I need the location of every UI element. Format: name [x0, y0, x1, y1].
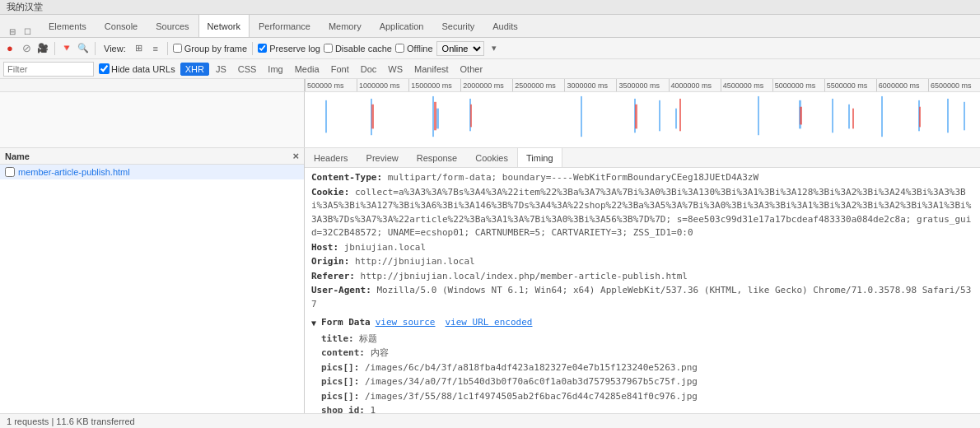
form-field-value: 内容 — [371, 347, 389, 358]
tab-memory[interactable]: Memory — [320, 14, 371, 37]
timeline-tick: 3000000 ms — [564, 79, 616, 91]
separator-3 — [167, 42, 168, 55]
filter-type-media[interactable]: Media — [290, 63, 324, 76]
hide-data-urls-checkbox[interactable] — [99, 63, 110, 74]
tab-console[interactable]: Console — [96, 14, 147, 37]
tab-bar: ⊟ ☐ ElementsConsoleSourcesNetworkPerform… — [0, 15, 980, 38]
form-field-value: /images/3f/55/88/1c1f4974505ab2f6bac76d4… — [365, 391, 698, 402]
tab-sources[interactable]: Sources — [147, 14, 198, 37]
sub-tab-cookies[interactable]: Cookies — [466, 148, 517, 167]
svg-rect-23 — [947, 99, 949, 133]
content-type-value: multipart/form-data; boundary=----WebKit… — [388, 172, 758, 183]
svg-rect-22 — [919, 107, 921, 128]
filter-type-manifest[interactable]: Manifest — [409, 63, 454, 76]
filter-type-font[interactable]: Font — [326, 63, 354, 76]
tab-security[interactable]: Security — [432, 14, 483, 37]
form-data-fields: title: 标题content: 内容pics[]: /images/6c/b… — [311, 333, 973, 414]
list-item[interactable]: member-article-publish.html — [0, 165, 304, 179]
waterfall-area — [0, 92, 980, 148]
disable-cache-label[interactable]: Disable cache — [324, 44, 392, 54]
separator-1 — [54, 42, 55, 55]
request-details: Content-Type: multipart/form-data; bound… — [305, 168, 980, 413]
cookie-row: Cookie: collect=a%3A3%3A%7Bs%3A4%3A%22it… — [311, 186, 973, 240]
group-by-frame-checkbox[interactable] — [173, 44, 182, 53]
svg-rect-19 — [852, 109, 854, 129]
sub-tab-headers[interactable]: Headers — [305, 148, 357, 167]
status-bar: 1 requests | 11.6 KB transferred — [0, 413, 980, 428]
disable-cache-checkbox[interactable] — [324, 44, 333, 53]
sub-tab-preview[interactable]: Preview — [357, 148, 408, 167]
group-by-frame-label[interactable]: Group by frame — [173, 44, 247, 54]
tab-audits[interactable]: Audits — [483, 14, 527, 37]
record-button[interactable]: ● — [3, 42, 16, 55]
svg-rect-2 — [371, 105, 374, 129]
svg-rect-0 — [325, 100, 327, 133]
left-panel: Name × member-article-publish.html — [0, 148, 305, 413]
form-field-value: /images/6c/b4/3f/a818fba4df423a182327e04… — [365, 362, 698, 373]
list-view-icon[interactable]: ≡ — [149, 42, 162, 55]
search-icon[interactable]: 🔍 — [77, 42, 90, 55]
form-field-key: pics[]: — [321, 362, 359, 373]
filter-type-img[interactable]: Img — [263, 63, 287, 76]
svg-rect-3 — [432, 96, 434, 137]
preserve-log-checkbox[interactable] — [258, 44, 267, 53]
clear-button[interactable]: ⊘ — [20, 42, 33, 55]
offline-checkbox[interactable] — [395, 44, 404, 53]
svg-rect-5 — [436, 109, 439, 129]
form-field-row: shop_id: 1 — [321, 404, 973, 413]
filter-type-xhr[interactable]: XHR — [180, 63, 209, 76]
file-checkbox[interactable] — [5, 167, 15, 177]
view-url-encoded-link[interactable]: view URL encoded — [446, 316, 533, 330]
filter-icon[interactable]: 🔻 — [60, 42, 73, 55]
throttle-select[interactable]: Online — [436, 41, 484, 56]
grid-view-icon[interactable]: ⊞ — [133, 42, 146, 55]
user-agent-key: User-Agent: — [311, 285, 371, 295]
form-field-row: pics[]: /images/34/a0/7f/1b540d3b0f70a6c… — [321, 375, 973, 389]
filter-type-ws[interactable]: WS — [383, 63, 408, 76]
timeline-tick: 4500000 ms — [721, 79, 772, 91]
user-agent-value: Mozilla/5.0 (Windows NT 6.1; Win64; x64)… — [311, 285, 971, 309]
filter-type-css[interactable]: CSS — [233, 63, 262, 76]
sub-tabs: HeadersPreviewResponseCookiesTiming — [305, 148, 980, 168]
hide-data-urls-label[interactable]: Hide data URLs — [99, 63, 175, 74]
filter-input[interactable] — [3, 62, 94, 77]
sub-tab-response[interactable]: Response — [408, 148, 467, 167]
view-label: View: — [100, 43, 129, 54]
filter-type-other[interactable]: Other — [455, 63, 488, 76]
close-panel-button[interactable]: × — [292, 150, 299, 162]
origin-key: Origin: — [311, 256, 349, 267]
referer-row: Referer: http://jbniujian.local/index.ph… — [311, 270, 973, 284]
mobile-icon[interactable]: ☐ — [21, 26, 33, 37]
tab-performance[interactable]: Performance — [250, 14, 320, 37]
waterfall-left — [0, 92, 305, 147]
dock-icon[interactable]: ⊟ — [7, 26, 18, 37]
form-field-value: 1 — [371, 405, 376, 413]
throttle-arrow-icon[interactable]: ▾ — [488, 42, 501, 55]
camera-icon[interactable]: 🎥 — [36, 42, 49, 55]
host-row: Host: jbniujian.local — [311, 241, 973, 255]
timeline-tick: 1500000 ms — [408, 79, 460, 91]
filter-type-doc[interactable]: Doc — [356, 63, 382, 76]
file-name: member-article-publish.html — [18, 167, 130, 177]
offline-label[interactable]: Offline — [395, 44, 433, 54]
form-data-toggle[interactable]: ▼ — [311, 317, 316, 329]
form-field-row: pics[]: /images/6c/b4/3f/a818fba4df423a1… — [321, 361, 973, 375]
tab-network[interactable]: Network — [198, 14, 250, 37]
preserve-log-label[interactable]: Preserve log — [258, 44, 320, 54]
filter-type-js[interactable]: JS — [211, 63, 231, 76]
svg-rect-11 — [659, 100, 660, 131]
form-field-row: title: 标题 — [321, 333, 973, 347]
tab-elements[interactable]: Elements — [40, 14, 96, 37]
timeline-left-spacer — [0, 79, 305, 91]
right-panel: HeadersPreviewResponseCookiesTiming Cont… — [305, 148, 980, 413]
svg-rect-17 — [832, 99, 833, 133]
tab-application[interactable]: Application — [371, 14, 433, 37]
form-field-key: pics[]: — [321, 376, 359, 387]
filter-types-container: XHRJSCSSImgMediaFontDocWSManifestOther — [180, 63, 488, 76]
timeline-tick: 6500000 ms — [928, 79, 980, 91]
view-source-link[interactable]: view source — [376, 316, 436, 330]
separator-4 — [252, 42, 253, 55]
timeline-tick: 4000000 ms — [669, 79, 721, 91]
sub-tab-timing[interactable]: Timing — [517, 148, 562, 167]
svg-rect-10 — [635, 105, 637, 129]
